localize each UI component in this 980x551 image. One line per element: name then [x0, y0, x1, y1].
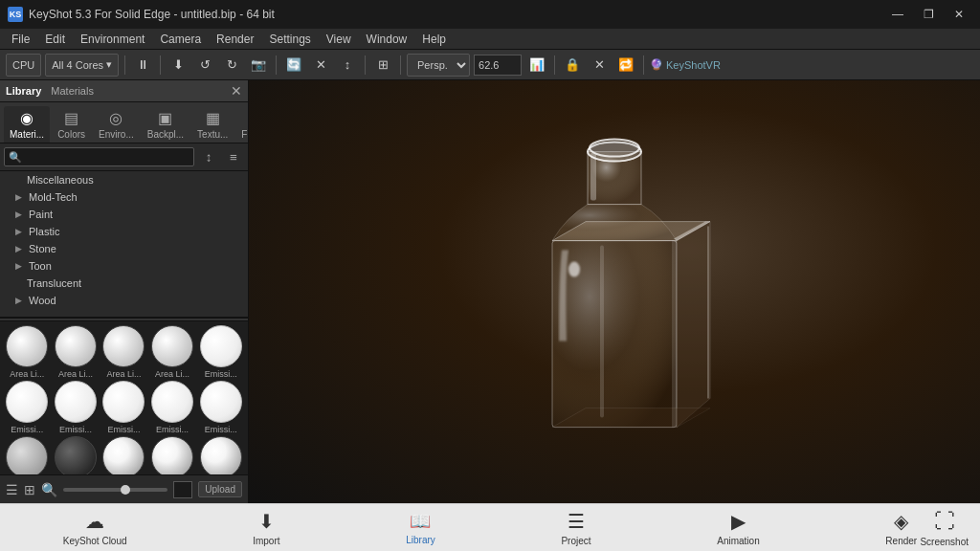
- grid-view-icon[interactable]: ⊞: [24, 482, 35, 497]
- render-label: Render: [885, 536, 917, 546]
- list-item[interactable]: Emissi...: [197, 381, 244, 434]
- list-item[interactable]: Emissi...: [4, 436, 51, 474]
- list-item[interactable]: Area Li...: [149, 325, 196, 379]
- menu-file[interactable]: File: [4, 31, 37, 48]
- menu-camera[interactable]: Camera: [152, 31, 209, 48]
- upload-button[interactable]: Upload: [198, 481, 242, 497]
- sidebar-close-icon[interactable]: ✕: [231, 83, 242, 99]
- tree-item-plastic[interactable]: Plastic: [0, 223, 248, 240]
- thumbnail-label: Emissi...: [107, 425, 140, 434]
- menu-settings[interactable]: Settings: [261, 31, 318, 48]
- library-button[interactable]: 📖 Library: [390, 507, 451, 549]
- list-item[interactable]: Emissi...: [149, 381, 196, 434]
- menu-window[interactable]: Window: [359, 31, 415, 48]
- perspective-select[interactable]: Persp.: [407, 54, 470, 77]
- thumbnail-image: [200, 325, 242, 367]
- mat-tab-textures[interactable]: ▦ Textu...: [191, 106, 234, 143]
- thumbnail-image: [6, 381, 48, 423]
- project-button[interactable]: ☰ Project: [546, 506, 606, 550]
- toolbar-separator-4: [365, 55, 366, 75]
- size-slider-thumb[interactable]: [121, 485, 130, 495]
- thumbnail-image: [151, 381, 193, 423]
- keyshot-vr-icon: 🔮: [650, 58, 663, 71]
- list-item[interactable]: Emissi...: [197, 325, 244, 379]
- list-item[interactable]: IES Sp...: [149, 436, 196, 474]
- thumbnail-image: [200, 381, 242, 423]
- list-item[interactable]: Area Li...: [4, 325, 51, 379]
- minimize-button[interactable]: —: [884, 4, 911, 25]
- animation-button[interactable]: ▶ Animation: [702, 506, 774, 550]
- mat-tab-environ[interactable]: ◎ Enviro...: [93, 106, 140, 143]
- tree-item-toon[interactable]: Toon: [0, 257, 248, 275]
- search-sort-btn[interactable]: ↕: [198, 147, 219, 166]
- keyshot-cloud-button[interactable]: ☁ KeyShot Cloud: [48, 506, 143, 550]
- viewport[interactable]: [249, 80, 980, 503]
- cores-button[interactable]: All 4 Cores ▾: [45, 54, 119, 77]
- thumbnail-label: Area Li...: [10, 369, 44, 379]
- tree-item-moldtech[interactable]: Mold-Tech: [0, 188, 248, 206]
- list-item[interactable]: Area Li...: [100, 325, 147, 379]
- close-button[interactable]: ✕: [946, 4, 972, 25]
- thumbnail-label: Area Li...: [58, 369, 93, 379]
- library-icon: 📖: [410, 511, 431, 532]
- menu-help[interactable]: Help: [414, 31, 454, 48]
- import-icon-btn[interactable]: ⬇: [167, 54, 189, 77]
- list-item[interactable]: Emissi...: [53, 436, 100, 474]
- tree-item-translucent[interactable]: Translucent: [0, 275, 248, 292]
- materials-tab[interactable]: Materials: [51, 85, 94, 97]
- thumbnail-label: Emissi...: [156, 425, 189, 434]
- menu-view[interactable]: View: [319, 31, 359, 48]
- screenshot-button[interactable]: ⛶ Screenshot: [920, 509, 969, 547]
- maximize-button[interactable]: ❐: [915, 4, 942, 25]
- toolbar-separator-2: [160, 55, 161, 75]
- window-controls[interactable]: — ❐ ✕: [884, 4, 972, 25]
- undo-btn[interactable]: ↺: [193, 54, 216, 77]
- mat-tab-favorites[interactable]: ★ Favori...: [235, 106, 249, 143]
- thumbnail-grid: Area Li... Area Li... Area Li... Area Li…: [0, 321, 248, 474]
- sidebar-search-small-input[interactable]: [173, 481, 192, 498]
- animation-icon: ▶: [731, 510, 746, 533]
- project-icon: ☰: [568, 510, 585, 533]
- camera-btn3[interactable]: 🔁: [614, 54, 637, 77]
- render-region-btn[interactable]: ⊞: [371, 54, 394, 77]
- cpu-label: CPU: [12, 59, 34, 71]
- stop-btn[interactable]: ✕: [309, 54, 332, 77]
- list-item[interactable]: Emissi...: [4, 381, 51, 434]
- mat-tab-backplates[interactable]: ▣ Backpl...: [142, 106, 189, 143]
- menu-render[interactable]: Render: [209, 31, 261, 48]
- menu-environment[interactable]: Environment: [73, 31, 152, 48]
- colors-icon: ▤: [64, 109, 78, 127]
- mat-tab-materials[interactable]: ◉ Materi...: [4, 106, 50, 143]
- size-slider[interactable]: [63, 488, 167, 492]
- screenshot-icon-btn[interactable]: 📷: [247, 54, 270, 77]
- list-item[interactable]: IES Sp...: [100, 436, 147, 474]
- list-item[interactable]: IES Sp...: [197, 436, 244, 474]
- list-item[interactable]: Emissi...: [53, 381, 100, 434]
- camera-lock-btn[interactable]: 🔒: [561, 54, 584, 77]
- list-view-icon[interactable]: ☰: [6, 482, 18, 497]
- toolbar-separator-5: [400, 55, 401, 75]
- pause-button[interactable]: ⏸: [131, 54, 154, 77]
- realtime-btn[interactable]: 🔄: [282, 54, 305, 77]
- search-filter-btn[interactable]: ≡: [223, 147, 244, 166]
- import-button[interactable]: ⬇ Import: [237, 506, 295, 550]
- move-btn[interactable]: ↕: [336, 54, 359, 77]
- list-item[interactable]: Emissi...: [100, 381, 147, 434]
- library-tab[interactable]: Library: [6, 85, 41, 97]
- tree-item-stone[interactable]: Stone: [0, 240, 248, 257]
- thumbnail-image: [55, 436, 97, 474]
- menu-edit[interactable]: Edit: [37, 31, 73, 48]
- redo-btn[interactable]: ↻: [220, 54, 243, 77]
- mat-tab-colors[interactable]: ▤ Colors: [52, 106, 91, 143]
- fps-input[interactable]: [474, 55, 522, 76]
- keyshot-vr-button[interactable]: 🔮 KeyShotVR: [650, 58, 721, 71]
- search-small-icon[interactable]: 🔍: [41, 482, 57, 497]
- search-input[interactable]: [4, 147, 194, 166]
- cpu-button[interactable]: CPU: [6, 54, 41, 77]
- fps-icon[interactable]: 📊: [525, 54, 548, 77]
- tree-item-paint[interactable]: Paint: [0, 206, 248, 223]
- tree-item-misc[interactable]: Miscellaneous: [0, 171, 248, 188]
- list-item[interactable]: Area Li...: [53, 325, 100, 379]
- tree-item-wood[interactable]: Wood: [0, 292, 248, 309]
- camera-btn2[interactable]: ✕: [588, 54, 611, 77]
